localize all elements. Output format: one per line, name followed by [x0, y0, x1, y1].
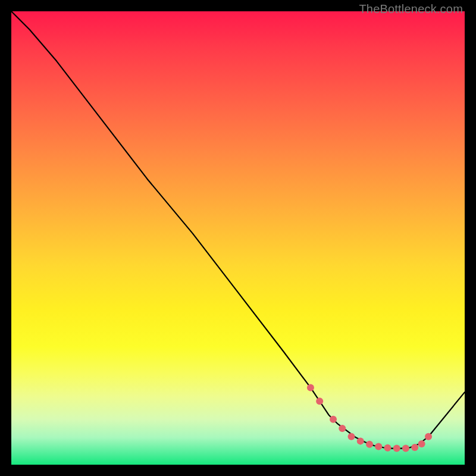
marker-dot — [384, 444, 391, 452]
plot-area — [11, 11, 465, 465]
chart-stage: TheBottleneck.com — [0, 0, 476, 476]
bottleneck-curve — [11, 11, 465, 449]
marker-dot — [339, 425, 346, 432]
marker-dot — [418, 440, 425, 447]
watermark-text: TheBottleneck.com — [359, 2, 463, 16]
marker-dot — [366, 441, 373, 448]
marker-dot — [307, 384, 314, 391]
marker-dot — [375, 443, 382, 450]
marker-dot — [411, 444, 418, 451]
marker-dot — [348, 433, 355, 440]
marker-dot — [330, 416, 337, 423]
marker-dot — [316, 397, 323, 405]
chart-overlay — [11, 11, 465, 465]
marker-dot — [357, 437, 364, 444]
marker-group — [307, 384, 432, 452]
marker-dot — [393, 445, 400, 452]
marker-dot — [425, 433, 432, 440]
marker-dot — [402, 445, 409, 452]
